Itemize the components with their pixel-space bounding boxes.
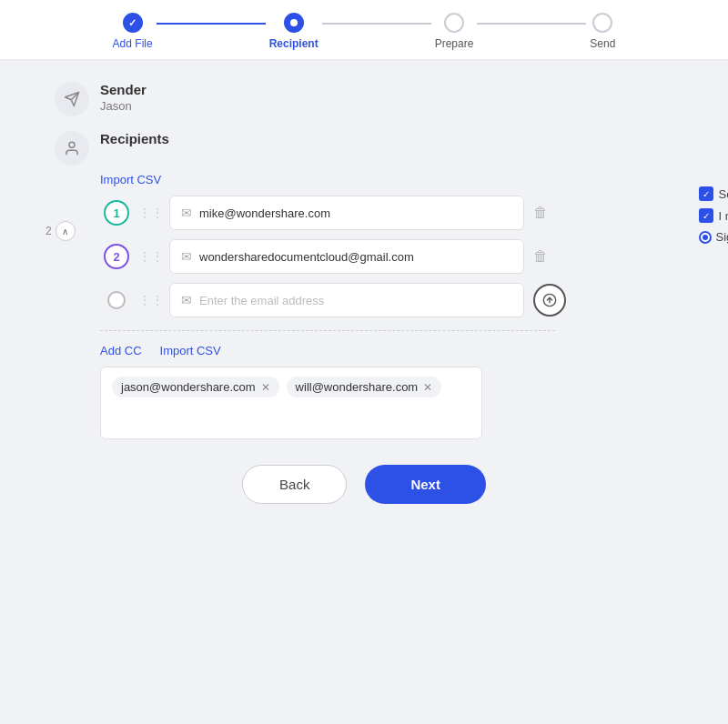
step-label-send: Send xyxy=(590,37,615,50)
drag-handle-2[interactable]: ⋮⋮ xyxy=(138,249,164,264)
recipient-number-col-2: 2 xyxy=(100,244,133,269)
step-circle-recipient xyxy=(284,13,304,33)
sender-name: Jason xyxy=(100,99,147,113)
cc-section: Add CC Import CSV jason@wondershare.com … xyxy=(100,344,673,439)
recipient-number-2: 2 xyxy=(104,244,129,269)
sign-first-option[interactable]: Sign first xyxy=(699,230,728,244)
cc-tag-1: jason@wondershare.com ✕ xyxy=(112,377,279,397)
cc-email-1: jason@wondershare.com xyxy=(121,380,256,394)
step-circle-add-file xyxy=(123,13,143,33)
email-icon-1: ✉ xyxy=(181,206,192,220)
i-need-to-sign-checkbox[interactable] xyxy=(699,208,713,223)
step-label-recipient: Recipient xyxy=(269,37,318,50)
back-button[interactable]: Back xyxy=(242,465,347,504)
recipient-entry-1: 1 ⋮⋮ ✉ 🗑 Set signing order I need to sig… xyxy=(100,196,673,230)
next-button[interactable]: Next xyxy=(365,465,486,504)
email-input-box-3[interactable]: ✉ xyxy=(169,283,524,317)
signing-options-panel: Set signing order I need to sign the doc… xyxy=(699,186,728,244)
recipients-icon xyxy=(55,131,89,166)
sender-icon xyxy=(55,82,89,116)
email-icon-3: ✉ xyxy=(181,293,192,307)
step-add-file[interactable]: Add File xyxy=(113,13,153,50)
cc-email-2: will@wondershare.com xyxy=(296,380,419,394)
sign-order-radio-group: Sign first Sign last xyxy=(699,230,728,244)
recipient-entry-3: ⋮⋮ ✉ xyxy=(100,283,673,317)
cc-tag-close-2[interactable]: ✕ xyxy=(423,381,432,394)
stepper: Add File Recipient Prepare Send xyxy=(0,0,728,60)
recipient-entry-2: 2 ⋮⋮ ✉ 🗑 xyxy=(100,239,673,274)
import-csv-top-link[interactable]: Import CSV xyxy=(100,173,161,186)
step-circle-prepare xyxy=(444,13,464,33)
recipient-number-1: 1 xyxy=(104,200,129,226)
cc-tag-close-1[interactable]: ✕ xyxy=(261,381,270,394)
recipients-label: Recipients xyxy=(100,131,169,146)
set-signing-order-label: Set signing order xyxy=(719,187,728,201)
email-input-2[interactable] xyxy=(199,250,512,264)
cc-tag-2: will@wondershare.com ✕ xyxy=(287,377,442,397)
recipient-number-3 xyxy=(107,291,126,309)
sender-label: Sender xyxy=(100,82,147,97)
email-icon-2: ✉ xyxy=(181,249,192,264)
sign-first-radio[interactable] xyxy=(699,231,712,244)
step-label-prepare: Prepare xyxy=(435,37,474,50)
sender-info: Sender Jason xyxy=(100,82,147,113)
cc-links: Add CC Import CSV xyxy=(100,344,673,357)
email-input-box-2[interactable]: ✉ xyxy=(169,239,524,274)
cc-email-box[interactable]: jason@wondershare.com ✕ will@wondershare… xyxy=(100,367,482,439)
recipient-number-col-3 xyxy=(100,291,133,309)
step-prepare[interactable]: Prepare xyxy=(435,13,474,50)
step-recipient[interactable]: Recipient xyxy=(269,13,318,50)
step-send[interactable]: Send xyxy=(590,13,615,50)
step-circle-send xyxy=(592,13,612,33)
drag-handle-3[interactable]: ⋮⋮ xyxy=(138,293,164,307)
sender-row: Sender Jason xyxy=(55,82,673,116)
email-input-box-1[interactable]: ✉ xyxy=(169,196,524,230)
connector-2 xyxy=(322,23,431,25)
upload-button[interactable] xyxy=(533,284,566,317)
recipients-section: Import CSV 1 ⋮⋮ ✉ 🗑 Set signing order xyxy=(100,171,673,439)
sign-first-label: Sign first xyxy=(716,230,728,244)
i-need-to-sign-row: I need to sign the document xyxy=(699,208,728,223)
step-label-add-file: Add File xyxy=(113,37,153,50)
import-csv-cc-link[interactable]: Import CSV xyxy=(160,344,221,357)
connector-1 xyxy=(157,23,266,25)
order-arrow-btn[interactable]: ∧ xyxy=(56,221,76,241)
section-divider xyxy=(100,330,555,331)
trash-icon-2[interactable]: 🗑 xyxy=(533,248,548,265)
connector-3 xyxy=(477,23,586,25)
set-signing-order-row: Set signing order xyxy=(699,186,728,201)
recipients-row: Recipients xyxy=(55,131,673,166)
email-input-1[interactable] xyxy=(199,206,512,220)
set-signing-order-checkbox[interactable] xyxy=(699,186,713,201)
bottom-bar: Back Next xyxy=(55,448,673,504)
side-control: 2 ∧ xyxy=(46,221,76,241)
i-need-to-sign-label: I need to sign the document xyxy=(719,209,728,223)
recipient-number-col-1: 1 xyxy=(100,200,133,226)
trash-icon-1[interactable]: 🗑 xyxy=(533,205,548,221)
main-content: Sender Jason Recipients Import CSV 1 ⋮⋮ … xyxy=(0,60,728,724)
side-number: 2 xyxy=(46,225,52,237)
svg-point-2 xyxy=(69,142,75,147)
drag-handle-1[interactable]: ⋮⋮ xyxy=(138,206,164,220)
add-cc-link[interactable]: Add CC xyxy=(100,344,142,357)
email-input-3[interactable] xyxy=(199,294,512,307)
